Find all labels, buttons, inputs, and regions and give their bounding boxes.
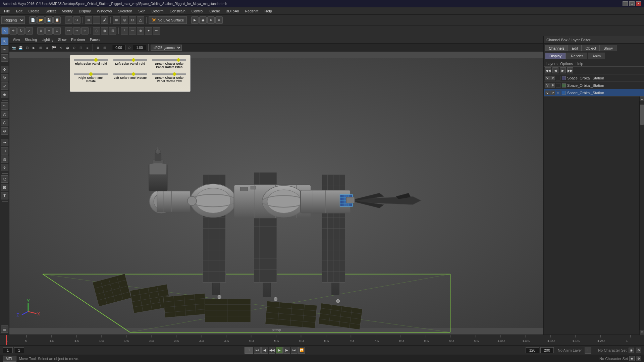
vp-light-btn[interactable]: ☀	[58, 45, 64, 51]
menu-deform[interactable]: Deform	[149, 8, 166, 14]
minimize-button[interactable]: —	[623, 1, 628, 6]
handle-right-fold[interactable]	[94, 58, 98, 62]
cluster-btn2[interactable]: ◍	[1, 156, 8, 163]
menu-cache[interactable]: Cache	[207, 8, 223, 14]
new-file-btn[interactable]: 📄	[29, 16, 37, 24]
current-frame-input[interactable]	[3, 347, 13, 353]
range-start-input[interactable]	[14, 347, 24, 353]
vp-input1[interactable]	[112, 45, 125, 50]
move-tool-btn[interactable]: ✛	[9, 27, 17, 35]
joint-tool-btn[interactable]: ⊶	[65, 27, 72, 35]
open-file-btn[interactable]: 📂	[37, 16, 45, 24]
snap-surface-btn[interactable]: △	[137, 16, 144, 24]
curve-btn[interactable]: 〜	[153, 27, 160, 35]
vp-menu-shading[interactable]: Shading	[23, 38, 39, 42]
mode-dropdown[interactable]: Rigging	[1, 16, 25, 24]
rotate-mode-btn[interactable]: ↻	[1, 74, 8, 81]
save-file-btn[interactable]: 💾	[45, 16, 53, 24]
curve-tool-btn[interactable]: 〜	[1, 102, 8, 110]
menu-skeleton[interactable]: Skeleton	[115, 8, 135, 14]
status-opt-btn[interactable]: ⚙	[636, 356, 641, 361]
snap-curve-btn[interactable]: ◎	[121, 16, 128, 24]
render-btn[interactable]: ▶	[191, 16, 199, 24]
measure-btn[interactable]: ⊡	[1, 184, 8, 191]
layer-v-btn-1[interactable]: V	[545, 76, 550, 80]
vp-menu-panels[interactable]: Panels	[88, 38, 102, 42]
sculpt-tool-btn[interactable]: ⊙	[1, 127, 8, 135]
select-tool-btn[interactable]: ↖	[1, 27, 9, 35]
vp-resolution-btn[interactable]: ⊠	[95, 45, 101, 51]
cluster-btn[interactable]: ◍	[101, 27, 108, 35]
transform-mode-btn[interactable]: ⊕	[1, 91, 8, 98]
layer-nav-first[interactable]: ◀◀	[545, 67, 551, 73]
end-frame-input[interactable]	[540, 347, 554, 353]
live-surface-btn[interactable]: 🔆 No Live Surface	[149, 16, 187, 24]
vp-isolate-btn[interactable]: ⊙	[71, 45, 77, 51]
go-end-btn[interactable]: ⏭	[291, 347, 298, 354]
layer-sub-layers[interactable]: Layers	[546, 62, 557, 66]
tab-channels[interactable]: Channels	[545, 45, 568, 51]
layer-tab-anim[interactable]: Anim	[588, 53, 605, 59]
vp-camera-btn[interactable]: 📷	[11, 45, 17, 51]
vp-hud-btn[interactable]: ≡	[85, 45, 91, 51]
handle-dream-pitch[interactable]	[177, 58, 180, 62]
annotation-btn[interactable]: ◌	[1, 175, 8, 183]
cv-btn[interactable]: ✦	[145, 27, 152, 35]
align-btn[interactable]: ⋯	[129, 27, 136, 35]
menu-skin[interactable]: Skin	[136, 8, 148, 14]
gamma-dropdown[interactable]: sRGB gamma	[151, 45, 182, 51]
anim-layer-btn[interactable]: +	[585, 347, 591, 354]
step-back-btn[interactable]: ◀	[261, 347, 268, 354]
scroll-down[interactable]: ▼	[640, 330, 644, 335]
layer-tab-render[interactable]: Render	[567, 53, 587, 59]
vp-menu-show[interactable]: Show	[56, 38, 68, 42]
layer-p-btn-1[interactable]: P	[550, 76, 555, 80]
vp-shadow-btn[interactable]: ◕	[64, 45, 70, 51]
menu-control[interactable]: Control	[189, 8, 206, 14]
vp-smooth-btn[interactable]: ◈	[44, 45, 50, 51]
scale-tool-btn[interactable]: ⤢	[25, 27, 33, 35]
scroll-up[interactable]: ▲	[640, 97, 644, 101]
go-start-btn[interactable]: ⏮	[254, 347, 261, 354]
undo-btn[interactable]: ↩	[65, 16, 72, 24]
menu-file[interactable]: File	[1, 8, 13, 14]
vp-texture-btn[interactable]: 🏁	[51, 45, 57, 51]
menu-edit[interactable]: Edit	[13, 8, 25, 14]
vp-menu-view[interactable]: View	[11, 38, 22, 42]
save-as-btn[interactable]: 📋	[53, 16, 61, 24]
layer-v-btn-3[interactable]: V	[545, 90, 550, 95]
rotate-tool-btn[interactable]: ↻	[17, 27, 25, 35]
slider-right-rotate[interactable]	[74, 73, 108, 75]
layer-sub-help[interactable]: Help	[576, 62, 583, 66]
redo-btn[interactable]: ↪	[73, 16, 80, 24]
snap-together-btn[interactable]: ⋮	[121, 27, 128, 35]
poly-tool-btn[interactable]: ⬡	[1, 119, 8, 126]
layer-p-btn-2[interactable]: P	[550, 83, 555, 88]
layer-r-btn-2[interactable]	[556, 83, 560, 88]
menu-display[interactable]: Display	[76, 8, 94, 14]
lasso-mode-btn[interactable]: ⋯	[1, 46, 8, 53]
mel-tab[interactable]: MEL	[3, 356, 16, 362]
layer-tab-display[interactable]: Display	[545, 53, 566, 59]
icon-grid-btn[interactable]: ☰	[1, 325, 8, 333]
text-btn[interactable]: T	[1, 192, 8, 199]
char-set-options-btn[interactable]: ⚙	[636, 348, 641, 353]
menu-windows[interactable]: Windows	[94, 8, 115, 14]
timeline-bar[interactable]: 1 5 10 15 20 25 30 35 40	[1, 335, 643, 345]
slider-dream-yaw[interactable]	[152, 73, 186, 75]
slider-dream-pitch[interactable]	[152, 59, 186, 61]
maximize-button[interactable]: □	[629, 1, 635, 6]
layer-color-2[interactable]	[562, 83, 566, 87]
vp-input2[interactable]	[133, 45, 146, 50]
tab-edit[interactable]: Edit	[568, 45, 582, 51]
universal-btn[interactable]: ⊕	[37, 27, 45, 35]
layer-r-btn-1[interactable]	[556, 76, 560, 80]
paint-mode-btn[interactable]: ✎	[1, 54, 8, 62]
char-set-btn[interactable]: ◉	[629, 348, 634, 353]
gimbal-btn[interactable]: ⊕	[137, 27, 144, 35]
lattice-btn[interactable]: ⊟	[109, 27, 116, 35]
surface-tool-btn[interactable]: ◎	[1, 111, 8, 118]
snap-grid-btn[interactable]: ⊞	[113, 16, 120, 24]
handle-right-rotate[interactable]	[89, 72, 93, 76]
vp-display-btn[interactable]: ⊡	[24, 45, 30, 51]
